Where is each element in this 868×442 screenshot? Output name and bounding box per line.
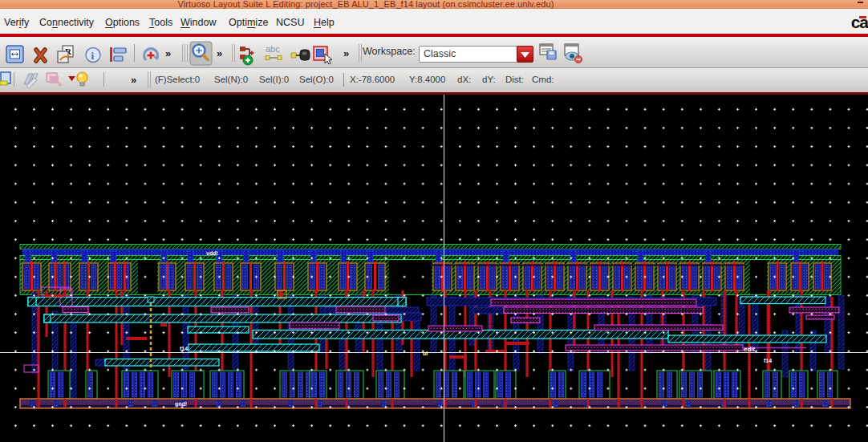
svg-text:f14: f14 [764, 358, 772, 364]
svg-text:gnd!: gnd! [175, 401, 187, 408]
svg-text:f14: f14 [180, 346, 188, 352]
svg-text:ul: ul [423, 351, 428, 357]
svg-text:»: » [217, 47, 222, 59]
svg-text:»: » [343, 47, 349, 59]
svg-text:abc: abc [266, 44, 280, 54]
svg-text:edit: edit [744, 346, 756, 353]
svg-text:i: i [91, 50, 95, 62]
svg-text:»: » [165, 47, 171, 59]
svg-text:vdd!: vdd! [206, 250, 218, 257]
svg-text:»: » [131, 74, 136, 86]
